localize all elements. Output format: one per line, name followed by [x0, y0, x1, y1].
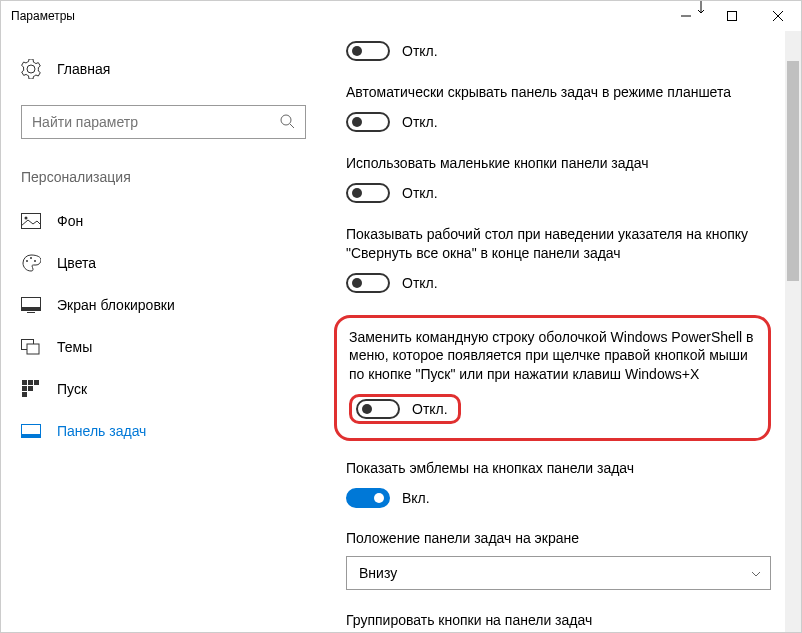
svg-point-4 — [281, 115, 291, 125]
taskbar-icon — [21, 421, 41, 441]
nav-label: Экран блокировки — [57, 297, 175, 313]
image-icon — [21, 211, 41, 231]
svg-rect-17 — [28, 380, 33, 385]
sidebar: Главная Персонализация Фон Цвета Э — [1, 31, 326, 632]
nav-label: Цвета — [57, 255, 96, 271]
setting-badges: Показать эмблемы на кнопках панели задач… — [346, 459, 771, 508]
dropdown-value: Внизу — [359, 565, 397, 581]
setting-label: Группировать кнопки на панели задач — [346, 612, 771, 628]
toggle-state: Откл. — [402, 43, 438, 59]
toggle-switch[interactable] — [346, 488, 390, 508]
toggle-switch[interactable] — [346, 112, 390, 132]
svg-rect-15 — [27, 344, 39, 354]
setting-label: Автоматически скрывать панель задач в ре… — [346, 83, 771, 102]
palette-icon — [21, 253, 41, 273]
setting-label: Положение панели задач на экране — [346, 530, 771, 546]
setting-grouping: Группировать кнопки на панели задач — [346, 612, 771, 628]
main-content: Откл. Автоматически скрывать панель зада… — [326, 31, 801, 632]
setting-label: Показать эмблемы на кнопках панели задач — [346, 459, 771, 478]
setting-label: Показывать рабочий стол при наведении ук… — [346, 225, 771, 263]
toggle-switch[interactable] — [346, 273, 390, 293]
minimize-button[interactable] — [663, 1, 709, 31]
setting-small-buttons: Использовать маленькие кнопки панели зад… — [346, 154, 771, 203]
setting-row: Откл. — [346, 41, 771, 61]
toggle-state: Откл. — [402, 185, 438, 201]
highlighted-setting: Заменить командную строку оболочкой Wind… — [334, 315, 771, 442]
search-box[interactable] — [21, 105, 306, 139]
svg-rect-21 — [22, 392, 27, 397]
nav-lockscreen[interactable]: Экран блокировки — [21, 285, 306, 325]
toggle-switch[interactable] — [356, 399, 400, 419]
nav-label: Панель задач — [57, 423, 146, 439]
themes-icon — [21, 337, 41, 357]
nav-label: Фон — [57, 213, 83, 229]
nav-colors[interactable]: Цвета — [21, 243, 306, 283]
scrollbar[interactable] — [785, 31, 801, 632]
scroll-thumb[interactable] — [787, 61, 799, 281]
nav-background[interactable]: Фон — [21, 201, 306, 241]
setting-autohide-tablet: Автоматически скрывать панель задач в ре… — [346, 83, 771, 132]
nav-label: Темы — [57, 339, 92, 355]
position-dropdown[interactable]: Внизу — [346, 556, 771, 590]
maximize-button[interactable] — [709, 1, 755, 31]
start-icon — [21, 379, 41, 399]
setting-label: Использовать маленькие кнопки панели зад… — [346, 154, 771, 173]
svg-rect-20 — [28, 386, 33, 391]
svg-line-5 — [290, 124, 294, 128]
svg-rect-19 — [22, 386, 27, 391]
window-title: Параметры — [11, 9, 75, 23]
chevron-down-icon — [750, 567, 762, 583]
lockscreen-icon — [21, 295, 41, 315]
toggle-state: Вкл. — [402, 490, 430, 506]
nav-label: Пуск — [57, 381, 87, 397]
svg-point-10 — [34, 260, 36, 262]
svg-point-7 — [25, 217, 28, 220]
toggle-state: Откл. — [402, 275, 438, 291]
svg-point-8 — [26, 260, 28, 262]
nav-start[interactable]: Пуск — [21, 369, 306, 409]
setting-taskbar-position: Положение панели задач на экране Внизу — [346, 530, 771, 590]
search-icon — [279, 113, 295, 132]
home-nav[interactable]: Главная — [21, 51, 306, 87]
toggle-switch[interactable] — [346, 41, 390, 61]
svg-point-9 — [30, 257, 32, 259]
category-label: Персонализация — [21, 169, 306, 185]
gear-icon — [21, 59, 41, 79]
svg-rect-1 — [728, 12, 737, 21]
nav-themes[interactable]: Темы — [21, 327, 306, 367]
svg-rect-23 — [22, 434, 41, 438]
setting-peek-desktop: Показывать рабочий стол при наведении ук… — [346, 225, 771, 293]
toggle-state: Откл. — [402, 114, 438, 130]
svg-rect-12 — [22, 307, 41, 311]
titlebar: Параметры — [1, 1, 801, 31]
svg-rect-18 — [34, 380, 39, 385]
nav-taskbar[interactable]: Панель задач — [21, 411, 306, 451]
home-label: Главная — [57, 61, 110, 77]
close-button[interactable] — [755, 1, 801, 31]
search-input[interactable] — [32, 114, 279, 130]
toggle-switch[interactable] — [346, 183, 390, 203]
svg-rect-16 — [22, 380, 27, 385]
toggle-state: Откл. — [412, 401, 448, 417]
setting-label: Заменить командную строку оболочкой Wind… — [349, 328, 756, 385]
